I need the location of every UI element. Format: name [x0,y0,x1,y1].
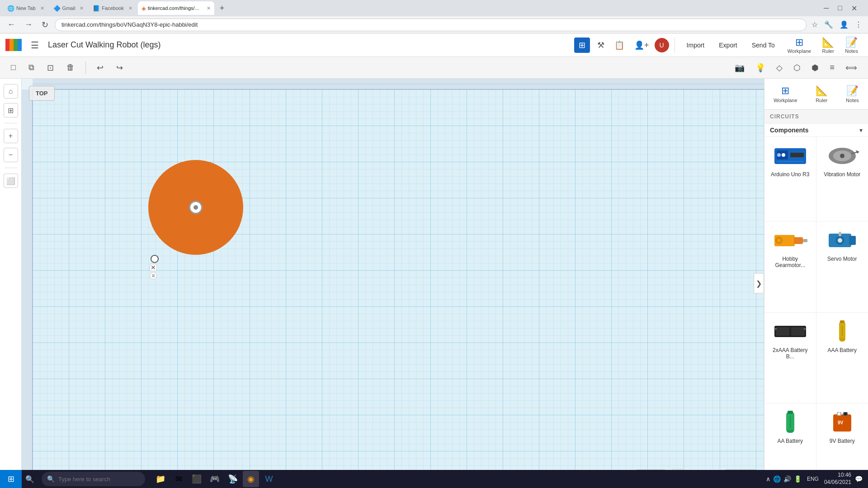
grid-view-btn[interactable]: ⊞ [574,38,590,53]
clock-time: 10:46 [824,472,851,479]
aa-battery-label: AA Battery [777,438,803,444]
home-btn[interactable]: ⌂ [4,84,18,99]
volume-icon[interactable]: 🔊 [783,475,791,483]
network-icon[interactable]: 🌐 [773,475,781,483]
new-tab-btn[interactable]: + [216,2,228,15]
redo-btn[interactable]: ↪ [113,61,127,75]
svg-rect-26 [804,328,806,330]
app-header: ☰ Laser Cut Walking Robot (legs) ⊞ ⚒ 📋 👤… [0,33,868,57]
new-shape-btn[interactable]: □ [7,61,19,74]
delete-btn[interactable]: 🗑 [63,61,78,74]
tinkercad-logo [5,39,22,51]
svg-point-5 [782,153,785,157]
svg-rect-25 [775,328,777,330]
close-btn[interactable]: ✕ [848,3,861,14]
add-person-btn[interactable]: 👤+ [630,38,654,53]
shape-btn[interactable]: ◇ [773,61,786,75]
transform-handle[interactable]: ✕ ≡ [151,255,159,263]
battery-icon[interactable]: 🔋 [794,475,802,483]
component-vibration-motor[interactable]: Vibration Motor [816,137,868,221]
component-servo-motor[interactable]: Servo Motor [816,221,868,312]
components-arrow[interactable]: ▾ [859,127,863,134]
toolbar: □ ⧉ ⊡ 🗑 ↩ ↪ 📷 💡 ◇ ⬡ ⬢ ≡ ⟺ [0,57,868,79]
search-bar[interactable]: 🔍 [42,472,145,486]
search-input[interactable] [58,476,140,483]
sendto-btn[interactable]: Send To [745,39,781,52]
taskbar-app-explorer[interactable]: 📁 [152,471,169,487]
duplicate-btn[interactable]: ⊡ [43,61,57,75]
perspective-btn[interactable]: ⬜ [4,174,18,188]
tab-1[interactable]: 🌐New Tab✕ [4,1,48,15]
component-hobby-gearmotor[interactable]: Hobby Gearmotor... [764,221,816,312]
tab-2[interactable]: 🔷Gmail✕ [50,1,88,15]
forward-btn[interactable]: → [22,19,35,30]
minimize-btn[interactable]: ─ [820,3,832,14]
pickaxe-btn[interactable]: ⚒ [593,38,609,53]
taskbar-apps: 📁 ✉ ⬛ 🎮 📡 ◉ W [149,471,760,487]
notes-panel-btn[interactable]: 📝 Notes [841,82,863,106]
extensions-btn[interactable]: 🔧 [823,19,835,30]
workplane-btn[interactable]: ⊞ Workplane [783,35,816,56]
profile-btn[interactable]: 👤 [838,19,850,30]
clipboard-btn[interactable]: 📋 [610,38,629,53]
tab-3[interactable]: 📘Facebook✕ [89,1,136,15]
component-2xaaa-battery[interactable]: 2xAAA Battery B... [764,313,816,404]
panel-collapse-arrow[interactable]: ❯ [754,273,764,294]
search-btn[interactable]: 🔍 [22,472,38,486]
component-aaa-battery[interactable]: AAA Battery [816,313,868,404]
canvas-grid [33,89,764,488]
bookmark-btn[interactable]: ☆ [810,19,819,30]
notification-icon[interactable]: 💬 [855,475,863,483]
export-btn[interactable]: Export [712,39,743,52]
maximize-btn[interactable]: □ [834,3,846,14]
canvas-area[interactable]: TOP ✕ ≡ Edit Grid − Snap Grid [22,79,764,488]
undo-btn[interactable]: ↩ [93,61,107,75]
notes-btn[interactable]: 📝 Notes [840,35,863,56]
taskbar-app-word[interactable]: W [261,471,277,487]
taskbar-app-mail[interactable]: ✉ [170,471,187,487]
import-btn[interactable]: Import [680,39,711,52]
svg-rect-23 [776,327,789,336]
svg-rect-21 [839,232,841,236]
vibration-motor-object[interactable] [148,160,243,255]
taskbar-app-steam[interactable]: 🎮 [207,471,223,487]
taskbar-app-wifi[interactable]: 📡 [225,471,241,487]
align-btn[interactable]: ≡ [826,61,838,74]
union-btn[interactable]: ⬡ [790,61,804,75]
svg-rect-33 [787,430,793,432]
vibration-motor-img [824,142,860,169]
taskbar-app-terminal[interactable]: ⬛ [189,471,205,487]
up-arrow-icon[interactable]: ∧ [766,475,770,483]
mirror-btn[interactable]: ⟺ [842,61,861,75]
svg-point-15 [777,239,781,242]
ruler-panel-btn[interactable]: 📐 Ruler [811,82,832,106]
avatar[interactable]: U [655,38,669,52]
reload-btn[interactable]: ↻ [39,19,51,31]
components-grid: Arduino Uno R3 Vibration Motor [764,137,868,488]
language-btn[interactable]: ENG [805,475,821,483]
ruler-panel-icon: 📐 [816,85,828,97]
clock[interactable]: 10:46 04/06/2021 [824,472,851,486]
zoom-in-btn[interactable]: + [4,129,18,143]
back-btn[interactable]: ← [5,19,18,30]
workplane-panel-label: Workplane [774,98,797,103]
subtract-btn[interactable]: ⬢ [808,61,822,75]
fit-btn[interactable]: ⊞ [4,103,18,117]
word-icon: W [265,474,273,484]
main-content: ⌂ ⊞ + − ⬜ TOP [0,79,868,488]
taskbar-app-chrome[interactable]: ◉ [243,471,259,487]
camera-btn[interactable]: 📷 [731,61,748,75]
address-bar[interactable] [55,19,807,31]
close-handle-btn[interactable]: ✕ [150,264,157,271]
copy-btn[interactable]: ⧉ [25,61,38,74]
settings-btn[interactable]: ⋮ [854,19,863,30]
options-handle-btn[interactable]: ≡ [150,272,157,279]
component-arduino[interactable]: Arduino Uno R3 [764,137,816,221]
zoom-out-btn[interactable]: − [4,148,18,162]
workplane-panel-btn[interactable]: ⊞ Workplane [769,82,802,106]
list-view-btn[interactable]: ☰ [31,40,39,51]
tab-active[interactable]: ◈tinkercad.com/things/boVNG...✕ [138,1,214,15]
start-btn[interactable]: ⊞ [0,470,22,488]
light-btn[interactable]: 💡 [752,61,769,75]
ruler-btn[interactable]: 📐 Ruler [817,35,839,56]
